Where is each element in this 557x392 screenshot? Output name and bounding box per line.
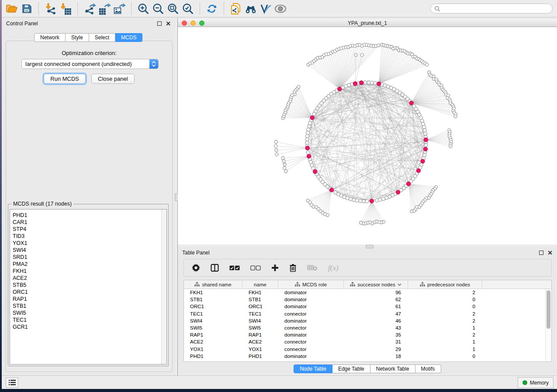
satellite-node[interactable] — [282, 160, 285, 163]
mcds-result-item[interactable]: SWI4 — [10, 247, 161, 254]
refresh-icon[interactable] — [204, 2, 219, 16]
satellite-node[interactable] — [354, 53, 357, 56]
window-close-icon[interactable] — [182, 21, 187, 26]
float-panel-icon[interactable] — [539, 251, 543, 255]
satellite-node[interactable] — [410, 210, 413, 213]
mcds-result-item[interactable]: STB5 — [10, 282, 161, 289]
mcds-hub-node[interactable] — [353, 82, 357, 86]
window-minimize-icon[interactable] — [190, 21, 196, 26]
export-table-icon[interactable] — [97, 2, 112, 16]
mcds-hub-node[interactable] — [421, 159, 425, 163]
node-table[interactable]: shared namenameMCDS rolesuccessor nodesp… — [183, 280, 552, 362]
mcds-hub-node[interactable] — [313, 169, 317, 173]
mcds-hub-node[interactable] — [310, 116, 314, 120]
ring-node[interactable] — [378, 198, 382, 201]
satellite-node[interactable] — [360, 53, 363, 56]
mcds-hub-node[interactable] — [305, 146, 309, 150]
tab-mcds[interactable]: MCDS — [115, 33, 142, 42]
satellite-node[interactable] — [274, 140, 277, 143]
satellite-node[interactable] — [449, 144, 452, 148]
mcds-result-item[interactable]: TID3 — [10, 233, 161, 240]
table-row[interactable]: ORC1ORC1dominator610 — [184, 303, 551, 310]
ring-node[interactable] — [305, 141, 309, 144]
zoom-out-icon[interactable] — [151, 2, 166, 16]
graphics-details-icon[interactable] — [258, 2, 273, 16]
ring-node[interactable] — [363, 81, 367, 84]
ring-node[interactable] — [375, 199, 379, 202]
mcds-list-scrollbar[interactable] — [161, 210, 166, 364]
select-all-icon[interactable] — [229, 265, 240, 271]
add-column-icon[interactable] — [271, 264, 279, 272]
toolbar-search[interactable] — [430, 3, 553, 14]
table-row[interactable]: ACE2ACE2connector311 — [184, 338, 551, 345]
ring-node[interactable] — [305, 138, 309, 141]
zoom-fit-icon[interactable] — [166, 2, 180, 16]
mcds-result-item[interactable]: TEC1 — [10, 316, 161, 323]
mcds-hub-node[interactable] — [396, 190, 400, 194]
mcds-result-item[interactable]: FKH1 — [10, 268, 161, 275]
mcds-hub-node[interactable] — [377, 82, 381, 86]
close-panel-button[interactable]: Close panel — [91, 74, 135, 84]
ring-node[interactable] — [306, 134, 309, 138]
mcds-result-item[interactable]: SWI5 — [10, 309, 161, 316]
tab-node-table[interactable]: Node Table — [294, 364, 332, 373]
zoom-selected-icon[interactable] — [180, 2, 195, 16]
ring-node[interactable] — [306, 131, 310, 134]
ring-node[interactable] — [424, 144, 428, 147]
ring-node[interactable] — [355, 199, 359, 202]
birds-eye-view-icon[interactable] — [273, 2, 288, 16]
mcds-result-item[interactable]: GCR1 — [10, 323, 161, 330]
column-header-successor-nodes[interactable]: successor nodes — [344, 280, 408, 289]
network-graph[interactable] — [178, 27, 557, 244]
ring-node[interactable] — [306, 151, 310, 155]
satellite-node[interactable] — [281, 157, 284, 160]
zoom-in-icon[interactable] — [136, 2, 151, 16]
ring-node[interactable] — [347, 83, 351, 87]
ring-node[interactable] — [423, 129, 426, 132]
table-row[interactable]: FKH1FKH1dominator962 — [184, 289, 551, 296]
mcds-result-item[interactable]: SRD1 — [10, 254, 161, 261]
tab-network[interactable]: Network — [34, 33, 66, 42]
mcds-result-item[interactable]: STP4 — [10, 226, 161, 233]
satellite-node[interactable] — [297, 85, 300, 88]
window-maximize-icon[interactable] — [199, 21, 204, 26]
table-row[interactable]: STB1STB1dominator620 — [184, 296, 551, 303]
ring-node[interactable] — [423, 153, 426, 157]
table-scrollbar[interactable] — [545, 289, 551, 361]
table-row[interactable]: YOX1YOX1connector291 — [184, 346, 551, 353]
mcds-result-item[interactable]: ACE2 — [10, 275, 161, 282]
delete-column-icon[interactable] — [289, 264, 297, 272]
export-image-icon[interactable] — [112, 2, 127, 16]
tab-network-table[interactable]: Network Table — [370, 364, 415, 373]
table-settings-gear-icon[interactable] — [192, 264, 200, 272]
ring-node[interactable] — [422, 122, 425, 126]
satellite-node[interactable] — [284, 170, 287, 173]
table-row[interactable]: SWI5SWI5connector431 — [184, 324, 551, 331]
table-row[interactable]: SWI4SWI4dominator462 — [184, 317, 551, 324]
satellite-node[interactable] — [275, 149, 278, 152]
column-header-MCDS-role[interactable]: MCDS role — [278, 280, 344, 289]
mcds-hub-node[interactable] — [423, 147, 427, 151]
column-header-name[interactable]: name — [242, 280, 278, 289]
satellite-node[interactable] — [359, 221, 362, 224]
network-canvas[interactable] — [178, 27, 557, 244]
table-row[interactable]: PHD1PHD1dominator180 — [184, 353, 551, 360]
table-row[interactable]: RAP1RAP1dominator352 — [184, 331, 551, 338]
ring-node[interactable] — [422, 125, 426, 129]
export-to-web-icon[interactable] — [228, 2, 243, 16]
ring-node[interactable] — [367, 81, 370, 84]
mcds-hub-node[interactable] — [360, 81, 363, 85]
satellite-node[interactable] — [274, 144, 277, 148]
mcds-result-list[interactable]: PHD1CAR1STP4TID3YOX1SWI4SRD1PMA2FKH1ACE2… — [10, 209, 167, 364]
import-table-icon[interactable] — [58, 2, 73, 16]
ring-node[interactable] — [352, 198, 356, 202]
ring-node[interactable] — [370, 81, 374, 85]
mcds-hub-node[interactable] — [416, 168, 420, 172]
tab-select[interactable]: Select — [89, 33, 115, 42]
export-network-icon[interactable] — [82, 2, 97, 16]
satellite-node[interactable] — [283, 167, 286, 170]
mcds-hub-node[interactable] — [329, 188, 333, 192]
mcds-result-item[interactable]: RAP1 — [10, 296, 161, 303]
save-session-icon[interactable] — [19, 2, 34, 16]
close-panel-icon[interactable]: ✕ — [547, 251, 553, 255]
